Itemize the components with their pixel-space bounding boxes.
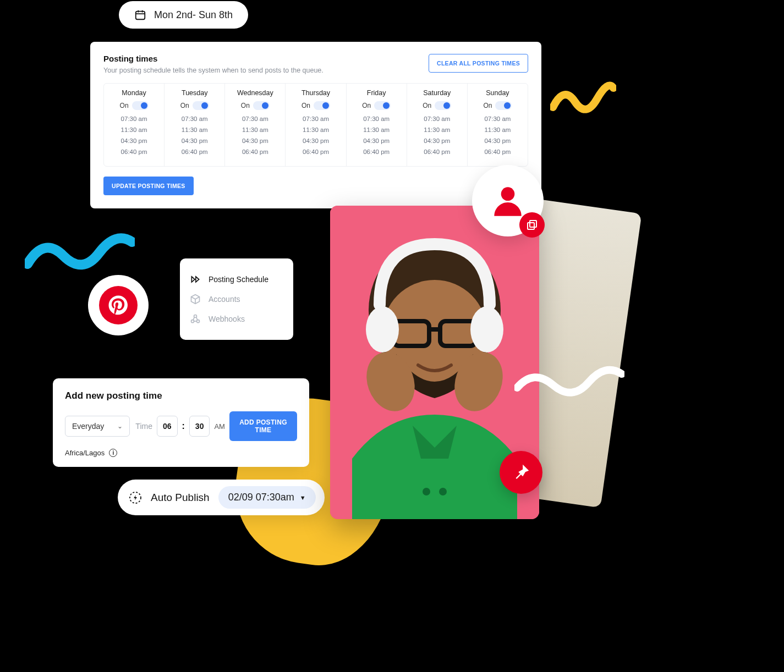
- time-slot[interactable]: 11:30 am: [286, 126, 346, 133]
- pinterest-logo-bubble: [88, 275, 149, 335]
- time-label: Time: [135, 422, 152, 431]
- svg-point-15: [423, 488, 430, 495]
- time-slot[interactable]: 06:40 pm: [468, 148, 528, 155]
- date-range-label: Mon 2nd- Sun 8th: [154, 9, 233, 21]
- time-slot[interactable]: 06:40 pm: [225, 148, 285, 155]
- nav-item-accounts[interactable]: Accounts: [190, 289, 283, 309]
- on-label: On: [180, 102, 189, 109]
- pin-icon: [511, 462, 531, 483]
- time-slot[interactable]: 06:40 pm: [407, 148, 467, 155]
- auto-publish-label: Auto Publish: [151, 492, 210, 504]
- on-label: On: [241, 102, 250, 109]
- posting-times-title: Posting times: [103, 54, 324, 63]
- caret-down-icon: ▼: [300, 494, 306, 501]
- squiggle-blue: [25, 231, 135, 275]
- day-toggle-row: On: [165, 101, 224, 110]
- time-slot[interactable]: 11:30 am: [468, 126, 528, 133]
- time-slot[interactable]: 04:30 pm: [165, 137, 224, 144]
- time-slot[interactable]: 07:30 am: [407, 115, 467, 122]
- time-slot[interactable]: 11:30 am: [225, 126, 285, 133]
- time-slot[interactable]: 07:30 am: [347, 115, 407, 122]
- frequency-value: Everyday: [72, 422, 104, 431]
- nav-item-posting-schedule[interactable]: Posting Schedule: [190, 269, 283, 289]
- svg-rect-18: [530, 221, 536, 227]
- add-posting-time-card: Add new posting time Everyday ⌄ Time 06 …: [53, 378, 309, 467]
- time-slot[interactable]: 11:30 am: [104, 126, 164, 133]
- svg-rect-0: [136, 12, 145, 20]
- frequency-select[interactable]: Everyday ⌄: [65, 416, 130, 437]
- nav-item-label: Webhooks: [209, 315, 245, 323]
- on-label: On: [423, 102, 431, 109]
- time-slot[interactable]: 11:30 am: [347, 126, 407, 133]
- time-slot[interactable]: 07:30 am: [225, 115, 285, 122]
- day-column: SundayOn07:30 am11:30 am04:30 pm06:40 pm: [468, 84, 528, 166]
- day-column: MondayOn07:30 am11:30 am04:30 pm06:40 pm: [104, 84, 165, 166]
- info-icon[interactable]: i: [109, 449, 117, 457]
- cube-icon: [190, 294, 201, 305]
- time-slot[interactable]: 04:30 pm: [286, 137, 346, 144]
- time-slot[interactable]: 06:40 pm: [347, 148, 407, 155]
- day-toggle-row: On: [286, 101, 346, 110]
- time-slot[interactable]: 04:30 pm: [347, 137, 407, 144]
- day-name: Friday: [347, 89, 407, 97]
- svg-point-17: [501, 187, 515, 201]
- chevron-down-icon: ⌄: [117, 422, 123, 430]
- time-slot[interactable]: 07:30 am: [286, 115, 346, 122]
- day-column: SaturdayOn07:30 am11:30 am04:30 pm06:40 …: [407, 84, 468, 166]
- day-name: Saturday: [407, 89, 467, 97]
- stack-badge: [519, 212, 545, 238]
- time-slot[interactable]: 04:30 pm: [468, 137, 528, 144]
- time-slot[interactable]: 04:30 pm: [104, 137, 164, 144]
- day-toggle-row: On: [225, 101, 285, 110]
- day-toggle-row: On: [468, 101, 528, 110]
- time-slot[interactable]: 11:30 am: [407, 126, 467, 133]
- hour-input[interactable]: 06: [157, 416, 178, 437]
- time-slot[interactable]: 07:30 am: [104, 115, 164, 122]
- day-name: Tuesday: [165, 89, 224, 97]
- calendar-icon: [134, 9, 146, 21]
- stack-icon: [525, 218, 539, 232]
- time-slot[interactable]: 06:40 pm: [286, 148, 346, 155]
- nav-item-label: Accounts: [209, 295, 240, 304]
- on-label: On: [483, 102, 492, 109]
- time-slot[interactable]: 07:30 am: [468, 115, 528, 122]
- time-slot[interactable]: 06:40 pm: [165, 148, 224, 155]
- day-toggle[interactable]: [495, 101, 512, 110]
- day-toggle-row: On: [407, 101, 467, 110]
- nav-item-webhooks[interactable]: Webhooks: [190, 309, 283, 329]
- avatar-bubble: [472, 165, 544, 236]
- time-slot[interactable]: 11:30 am: [165, 126, 224, 133]
- time-slot[interactable]: 04:30 pm: [407, 137, 467, 144]
- datetime-select[interactable]: 02/09 07:30am ▼: [218, 486, 316, 509]
- days-row: MondayOn07:30 am11:30 am04:30 pm06:40 pm…: [103, 83, 528, 167]
- time-slot[interactable]: 06:40 pm: [104, 148, 164, 155]
- time-colon: :: [182, 421, 185, 431]
- update-posting-times-button[interactable]: UPDATE POSTING TIMES: [103, 177, 194, 195]
- add-posting-time-button[interactable]: ADD POSTING TIME: [229, 411, 297, 441]
- svg-rect-19: [528, 223, 534, 229]
- time-slot[interactable]: 04:30 pm: [225, 137, 285, 144]
- day-toggle[interactable]: [253, 101, 270, 110]
- date-range-pill[interactable]: Mon 2nd- Sun 8th: [119, 1, 248, 29]
- user-icon: [487, 180, 528, 221]
- clear-posting-times-button[interactable]: CLEAR ALL POSTING TIMES: [429, 54, 528, 73]
- ampm-label: AM: [214, 422, 225, 431]
- fast-forward-icon: [190, 274, 201, 285]
- nav-item-label: Posting Schedule: [209, 275, 268, 284]
- add-posting-time-title: Add new posting time: [65, 390, 297, 401]
- day-column: WednesdayOn07:30 am11:30 am04:30 pm06:40…: [225, 84, 286, 166]
- timezone-label: Africa/Lagos: [65, 449, 105, 457]
- day-toggle-row: On: [347, 101, 407, 110]
- day-toggle[interactable]: [435, 101, 451, 110]
- minute-input[interactable]: 30: [189, 416, 210, 437]
- day-toggle[interactable]: [193, 101, 209, 110]
- on-label: On: [362, 102, 371, 109]
- svg-point-16: [439, 488, 447, 495]
- day-toggle[interactable]: [374, 101, 391, 110]
- auto-publish-pill: Auto Publish 02/09 07:30am ▼: [118, 480, 325, 515]
- day-name: Sunday: [468, 89, 528, 97]
- day-toggle[interactable]: [132, 101, 149, 110]
- day-toggle[interactable]: [314, 101, 330, 110]
- squiggle-white: [514, 366, 624, 399]
- time-slot[interactable]: 07:30 am: [165, 115, 224, 122]
